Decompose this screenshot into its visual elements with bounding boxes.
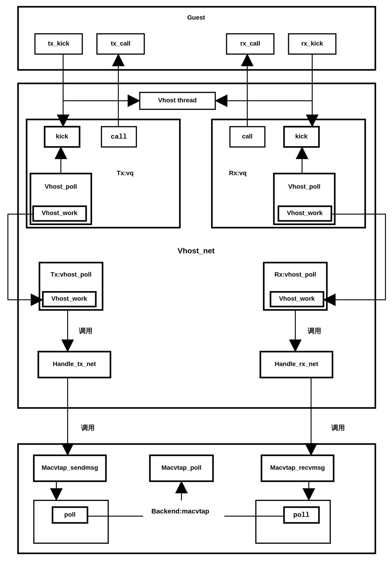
- tx-vq-call-label: call: [111, 133, 127, 141]
- tx-vq-label: Tx:vq: [117, 170, 134, 176]
- vhost-net-title: Vhost_net: [178, 246, 215, 255]
- rx-call-label: rx_call: [240, 40, 260, 47]
- backend-title: Backend:macvtap: [152, 507, 209, 515]
- rx-vq-poll-label: Vhost_poll: [288, 183, 320, 190]
- macvtap-poll-label: Macvtap_poll: [161, 464, 201, 471]
- handle-tx-label: Handle_tx_net: [53, 360, 96, 367]
- rx-poll-work-label: Vhost_work: [279, 295, 315, 302]
- tx-vq-poll-label: Vhost_poll: [45, 183, 77, 190]
- vhost-thread-label: Vhost thread: [158, 97, 196, 104]
- tx-poll-work-label: Vhost_work: [51, 295, 87, 302]
- guest-title: Guest: [187, 14, 205, 21]
- rx-poll-label: Rx:vhost_poll: [274, 271, 316, 278]
- rx-vq-work-label: Vhost_work: [287, 209, 323, 216]
- tx-call-label: tx_call: [111, 40, 130, 47]
- rx-vq-call-label: call: [242, 133, 253, 140]
- poll-l-label: poll: [64, 511, 76, 518]
- recvmsg-label: Macvtap_recvmsg: [270, 464, 325, 471]
- rx-kick-label: rx_kick: [301, 40, 323, 47]
- call-label-rx1: 调用: [307, 327, 321, 334]
- call-label-tx2: 调用: [81, 424, 95, 432]
- poll-r-label: poll: [293, 511, 309, 519]
- call-label-rx2: 调用: [331, 424, 345, 432]
- tx-kick-label: tx_kick: [48, 40, 69, 47]
- rx-vq-kick-label: kick: [295, 133, 308, 140]
- rx-vq-label: Rx:vq: [229, 170, 247, 176]
- tx-vq-work-label: Vhost_work: [42, 209, 77, 216]
- tx-poll-label: Tx:vhost_poll: [51, 271, 91, 278]
- call-label-tx1: 调用: [79, 327, 92, 334]
- sendmsg-label: Macvtap_sendmsg: [42, 464, 98, 471]
- handle-rx-label: Handle_rx_net: [275, 360, 318, 367]
- tx-vq-kick-label: kick: [56, 133, 68, 140]
